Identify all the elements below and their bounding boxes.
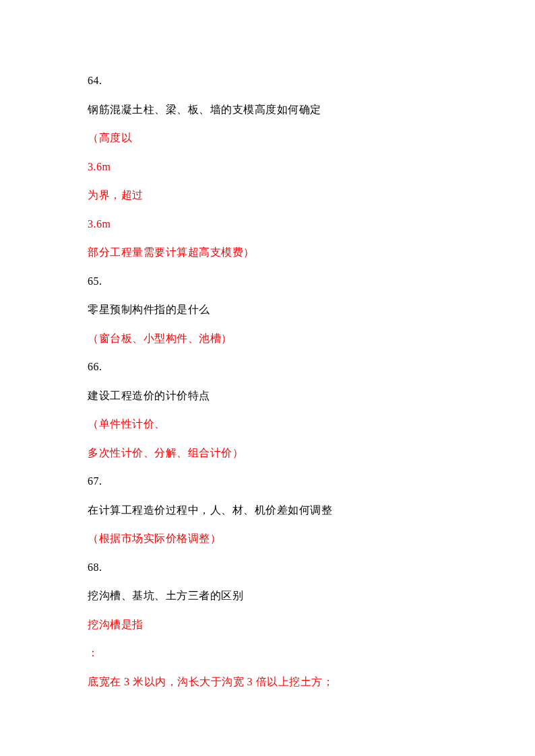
text-line: 为界，超过 xyxy=(88,187,447,203)
text-line: （高度以 xyxy=(88,130,447,146)
text-line: ： xyxy=(88,645,447,661)
text-line: 钢筋混凝土柱、梁、板、墙的支模高度如何确定 xyxy=(88,102,447,118)
text-line: （根据市场实际价格调整） xyxy=(88,530,447,547)
text-line: 68. xyxy=(88,559,447,576)
text-line: （单件性计价、 xyxy=(88,416,447,432)
text-line: 3.6m xyxy=(88,159,447,175)
text-line: 在计算工程造价过程中，人、材、机价差如何调整 xyxy=(88,502,447,518)
text-line: 挖沟槽、基坑、土方三者的区别 xyxy=(88,588,447,604)
text-line: 66. xyxy=(88,359,447,375)
text-line: 67. xyxy=(88,473,447,489)
text-line: 建设工程造价的计价特点 xyxy=(88,388,447,404)
text-line: 底宽在 3 米以内，沟长大于沟宽 3 倍以上挖土方； xyxy=(88,674,447,690)
text-line: 零星预制构件指的是什么 xyxy=(88,302,447,318)
text-line: 部分工程量需要计算超高支模费） xyxy=(88,244,447,261)
document-page: 64. 钢筋混凝土柱、梁、板、墙的支模高度如何确定 （高度以 3.6m 为界，超… xyxy=(0,0,535,690)
text-line: 多次性计价、分解、组合计价） xyxy=(88,445,447,461)
text-line: 64. xyxy=(88,73,447,89)
text-line: （窗台板、小型构件、池槽） xyxy=(88,331,447,347)
text-line: 3.6m xyxy=(88,216,447,232)
text-line: 65. xyxy=(88,273,447,289)
text-line: 挖沟槽是指 xyxy=(88,617,447,633)
